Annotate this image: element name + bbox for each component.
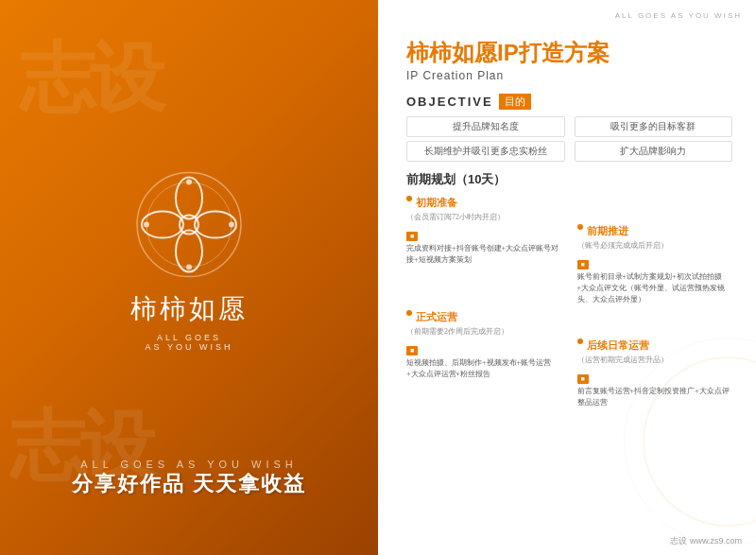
phase-4-header: 后续日常运营 <box>577 338 733 355</box>
phase-4-content: 前言复账号运营+抖音定制投资推广+大众点评整品运营 <box>577 386 733 408</box>
phase-2-content: 账号前初目录+试制方案规划+初次试拍拍摄+大众点评文化（账号外显、试运营预热发镜… <box>577 271 733 305</box>
phase-1-dot <box>406 196 412 201</box>
phase-4-tag: ■ <box>577 374 589 384</box>
watermark-top: 志设 <box>19 28 161 130</box>
phase-4-daily: 后续日常运营 （运营初期完成运营升品） ■ 前言复账号运营+抖音定制投资推广+大… <box>570 338 733 408</box>
svg-point-7 <box>186 179 192 184</box>
phase-2-dot <box>577 224 583 230</box>
objective-section: OBJECTIVE 目的 提升品牌知名度 吸引更多的目标客群 长期维护并吸引更多… <box>406 94 732 162</box>
logo-chinese-text: 柿柿如愿 <box>130 290 248 326</box>
phase-2-header: 前期推进 <box>577 224 733 240</box>
phase-1-header: 初期准备 <box>406 196 562 212</box>
phase-3-operation: 正式运营 （前期需要2作周后完成开启） ■ 短视频拍摄、后期制作+视频发布+账号… <box>406 310 570 408</box>
phase-1-title: 初期准备 <box>416 196 457 210</box>
phase-3-dot <box>406 310 412 316</box>
svg-point-0 <box>137 172 241 276</box>
objective-item-4: 扩大品牌影响力 <box>575 141 733 162</box>
objective-item-2: 吸引更多的目标客群 <box>575 116 733 137</box>
phase-3-content: 短视频拍摄、后期制作+视频发布+账号运营+大众点评运营+粉丝报告 <box>406 357 562 380</box>
subtitle-en: IP Creation Plan <box>406 69 732 84</box>
svg-point-8 <box>229 221 234 227</box>
main-title-cn: 柿柿如愿IP打造方案 <box>406 40 610 65</box>
objective-list: 提升品牌知名度 吸引更多的目标客群 长期维护并吸引更多忠实粉丝 扩大品牌影响力 <box>406 116 732 162</box>
objective-label-en: OBJECTIVE <box>406 95 493 109</box>
phase-4-dot <box>577 338 583 344</box>
promo-en-text: ALL GOES AS YOU WISH <box>0 459 378 470</box>
svg-point-1 <box>146 182 232 267</box>
phase-4-title: 后续日常运营 <box>587 338 649 353</box>
bottom-logo: 志设 www.zs9.com <box>670 535 742 547</box>
objective-label-cn: 目的 <box>499 94 531 110</box>
phase-3-tag: ■ <box>406 346 418 356</box>
planning-section: 前期规划（10天） 初期准备 （会员需订阅72小时内开启） ■ 完成资料对接+抖… <box>406 171 732 408</box>
objective-header: OBJECTIVE 目的 <box>406 94 732 110</box>
phase-row-1: 初期准备 （会员需订阅72小时内开启） ■ 完成资料对接+抖音账号创建+大众点评… <box>406 196 732 305</box>
objective-item-3: 长期维护并吸引更多忠实粉丝 <box>406 141 565 162</box>
objective-item-1: 提升品牌知名度 <box>406 116 565 137</box>
brand-logo-icon <box>132 167 246 281</box>
phase-2-subtitle: （账号必须完成成后开启） <box>577 240 733 251</box>
phase-3-title: 正式运营 <box>416 310 457 324</box>
logo-area: 柿柿如愿 ALL GOES AS YOU WISH <box>130 167 248 351</box>
svg-point-9 <box>186 264 192 269</box>
left-panel: 志设 志设 柿柿如愿 ALL GOES AS YOU WISH ALL G <box>0 0 378 555</box>
phase-1-tag: ■ <box>406 232 418 241</box>
phase-1-subtitle: （会员需订阅72小时内开启） <box>406 212 562 222</box>
promo-section: ALL GOES AS YOU WISH 分享好作品 天天拿收益 <box>0 456 378 498</box>
top-tagline: ALL GOES AS YOU WISH <box>615 11 742 20</box>
phase-3-subtitle: （前期需要2作周后完成开启） <box>406 326 562 337</box>
phase-2-title: 前期推进 <box>587 224 628 238</box>
phase-1-content: 完成资料对接+抖音账号创建+大众点评账号对接+短视频方案策划 <box>406 243 562 266</box>
phase-row-2: 正式运营 （前期需要2作周后完成开启） ■ 短视频拍摄、后期制作+视频发布+账号… <box>406 310 732 408</box>
phase-4-subtitle: （运营初期完成运营升品） <box>577 355 733 365</box>
phase-2-tag: ■ <box>577 260 589 269</box>
main-title: 柿柿如愿IP打造方案 IP Creation Plan <box>406 38 732 84</box>
phase-1-initial: 初期准备 （会员需订阅72小时内开启） ■ 完成资料对接+抖音账号创建+大众点评… <box>406 196 570 305</box>
svg-point-10 <box>144 221 149 227</box>
promo-cn-text: 分享好作品 天天拿收益 <box>0 470 378 498</box>
planning-title: 前期规划（10天） <box>406 171 732 188</box>
logo-english-line2: AS YOU WISH <box>146 341 233 351</box>
right-panel: ALL GOES AS YOU WISH 柿柿如愿IP打造方案 IP Creat… <box>378 0 756 555</box>
phase-2-advance: 前期推进 （账号必须完成成后开启） ■ 账号前初目录+试制方案规划+初次试拍拍摄… <box>570 224 733 305</box>
phase-3-header: 正式运营 <box>406 310 562 326</box>
logo-english-line1: ALL GOES <box>157 332 221 341</box>
